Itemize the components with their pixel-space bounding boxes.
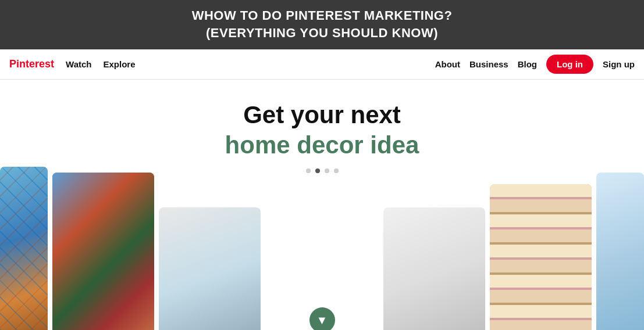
- banner-line1: WHOW TO DO PINTEREST MARKETING?: [12, 7, 632, 24]
- nav-explore[interactable]: Explore: [103, 59, 135, 69]
- nav-left: Pinterest Watch Explore: [9, 58, 136, 70]
- scroll-down-button[interactable]: ▼: [309, 307, 335, 330]
- banner-line2: (EVERYTHING YOU SHOULD KNOW): [12, 24, 632, 42]
- nav-right: About Business Blog Log in Sign up: [435, 55, 635, 74]
- nav-about[interactable]: About: [435, 59, 460, 69]
- image-center-left: [159, 207, 261, 330]
- image-right: [490, 184, 592, 330]
- image-center-right: [383, 207, 485, 330]
- nav-watch[interactable]: Watch: [66, 59, 91, 69]
- carousel-dots: [0, 168, 644, 173]
- navbar: Pinterest Watch Explore About Business B…: [0, 49, 644, 80]
- signup-button[interactable]: Sign up: [603, 59, 635, 69]
- dot-2[interactable]: [315, 168, 320, 173]
- hero-section: Get your next home decor idea: [0, 80, 644, 330]
- chevron-down-icon: ▼: [316, 314, 328, 327]
- dot-1[interactable]: [306, 168, 311, 173]
- images-row: [0, 161, 644, 330]
- image-far-left: [0, 167, 48, 330]
- hero-text: Get your next home decor idea: [0, 80, 644, 173]
- nav-blog[interactable]: Blog: [518, 59, 537, 69]
- hero-title: Get your next: [0, 101, 644, 130]
- dot-4[interactable]: [334, 168, 339, 173]
- hero-subtitle: home decor idea: [0, 131, 644, 159]
- image-left: [52, 173, 154, 330]
- promo-banner: WHOW TO DO PINTEREST MARKETING? (EVERYTH…: [0, 0, 644, 49]
- dot-3[interactable]: [325, 168, 329, 173]
- image-far-right: [596, 173, 644, 330]
- pinterest-logo[interactable]: Pinterest: [9, 58, 54, 70]
- login-button[interactable]: Log in: [546, 55, 593, 74]
- nav-business[interactable]: Business: [469, 59, 508, 69]
